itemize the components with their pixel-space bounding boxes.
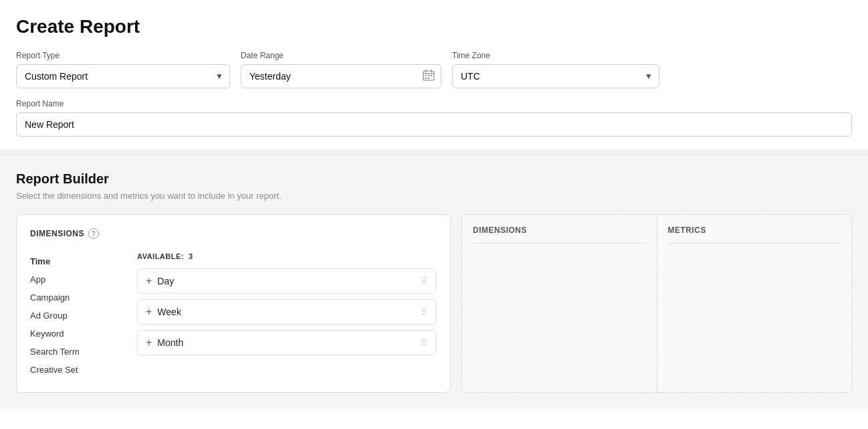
option-day-left: + Day: [146, 276, 174, 286]
svg-rect-4: [425, 75, 427, 76]
builder-layout: DIMENSIONS ? Time App Campaign Ad Group …: [16, 214, 852, 393]
time-zone-select[interactable]: UTC: [452, 64, 659, 88]
dim-category-time[interactable]: Time: [30, 252, 124, 270]
right-dimensions-col: DIMENSIONS: [462, 215, 657, 392]
dimensions-label: DIMENSIONS: [30, 229, 84, 238]
page-title: Create Report: [16, 16, 852, 37]
drag-month-icon: ⠿: [421, 337, 428, 348]
top-section: Create Report Report Type Custom Report …: [0, 0, 868, 150]
bottom-section: Report Builder Select the dimensions and…: [0, 155, 868, 409]
svg-rect-5: [428, 75, 429, 76]
plus-month-icon: +: [146, 337, 152, 348]
dim-options: AVAILABLE: 3 + Day ⠿: [137, 252, 437, 379]
report-type-label: Report Type: [16, 51, 230, 60]
drag-week-icon: ⠿: [421, 307, 428, 317]
report-type-select-wrapper: Custom Report ▼: [16, 64, 230, 88]
report-builder-subtitle: Select the dimensions and metrics you wa…: [16, 191, 852, 201]
right-panel: DIMENSIONS METRICS: [461, 214, 852, 393]
option-day-label: Day: [157, 276, 174, 286]
report-name-input[interactable]: [16, 112, 852, 137]
date-range-input-wrapper: [241, 64, 441, 88]
time-zone-select-wrapper: UTC ▼: [452, 64, 659, 88]
report-builder-title: Report Builder: [16, 171, 852, 187]
report-type-group: Report Type Custom Report ▼: [16, 51, 230, 88]
report-name-group: Report Name: [16, 99, 852, 137]
form-row-1: Report Type Custom Report ▼ Date Range: [16, 51, 852, 88]
drag-day-icon: ⠿: [421, 276, 428, 286]
right-dimensions-header: DIMENSIONS: [473, 226, 646, 244]
available-label: AVAILABLE: 3: [137, 252, 437, 260]
report-name-label: Report Name: [16, 99, 852, 108]
option-month[interactable]: + Month ⠿: [137, 330, 437, 355]
left-panel: DIMENSIONS ? Time App Campaign Ad Group …: [16, 214, 451, 393]
svg-rect-7: [425, 78, 427, 79]
dim-category-app[interactable]: App: [30, 270, 124, 288]
section-divider: [0, 150, 868, 155]
right-metrics-header: METRICS: [668, 226, 841, 244]
time-zone-label: Time Zone: [452, 51, 659, 60]
report-type-select[interactable]: Custom Report: [16, 64, 230, 88]
dim-category-adgroup[interactable]: Ad Group: [30, 307, 124, 325]
dim-category-creativeset[interactable]: Creative Set: [30, 361, 124, 379]
dim-category-searchterm[interactable]: Search Term: [30, 343, 124, 361]
dimensions-content: Time App Campaign Ad Group Keyword Searc…: [30, 252, 437, 379]
dim-category-campaign[interactable]: Campaign: [30, 288, 124, 307]
plus-week-icon: +: [146, 307, 152, 317]
date-range-input[interactable]: [241, 64, 441, 88]
svg-rect-8: [428, 78, 429, 79]
right-metrics-col: METRICS: [657, 215, 852, 392]
date-range-group: Date Range: [241, 51, 441, 88]
option-month-label: Month: [157, 337, 183, 348]
calendar-icon: [423, 69, 435, 84]
time-zone-group: Time Zone UTC ▼: [452, 51, 659, 88]
plus-day-icon: +: [146, 276, 152, 286]
option-week-left: + Week: [146, 307, 181, 317]
help-icon[interactable]: ?: [88, 228, 99, 239]
option-month-left: + Month: [146, 337, 183, 348]
option-day[interactable]: + Day ⠿: [137, 268, 437, 294]
dimensions-header: DIMENSIONS ?: [30, 228, 437, 239]
svg-rect-6: [431, 75, 432, 76]
option-week-label: Week: [157, 307, 181, 317]
dim-category-keyword[interactable]: Keyword: [30, 325, 124, 343]
date-range-label: Date Range: [241, 51, 441, 60]
dim-categories: Time App Campaign Ad Group Keyword Searc…: [30, 252, 124, 379]
option-week[interactable]: + Week ⠿: [137, 299, 437, 325]
page-wrapper: Create Report Report Type Custom Report …: [0, 0, 868, 429]
